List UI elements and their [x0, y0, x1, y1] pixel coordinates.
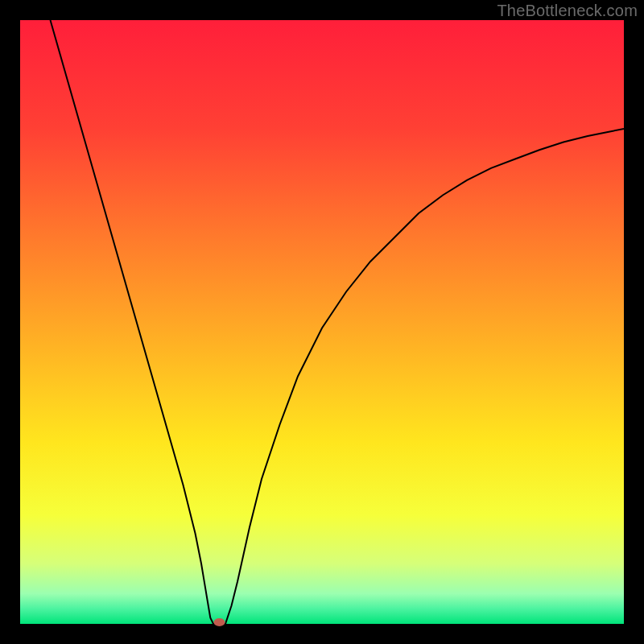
chart-frame: TheBottleneck.com	[0, 0, 644, 644]
optimal-point-marker	[214, 618, 225, 626]
chart-svg	[20, 20, 624, 624]
watermark-text: TheBottleneck.com	[497, 2, 638, 20]
bottleneck-curve	[51, 20, 625, 624]
